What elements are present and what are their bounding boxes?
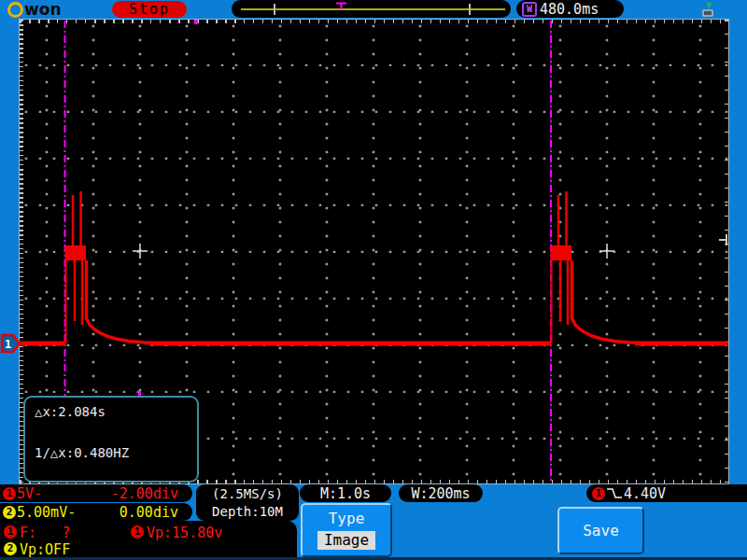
- trigger-level: 4.40V: [624, 485, 666, 502]
- channel1-badge: 1: [3, 487, 16, 500]
- cursor-measure-box: △x:2.084s 1/△x:0.480HZ x1:-1.240s x2:0.8…: [23, 396, 199, 483]
- channel2-status-pill: 2 5.00mV- 0.00div: [0, 503, 192, 521]
- measure-ch2-badge: 2: [4, 542, 17, 555]
- measure-ch1-vp-badge: 1: [131, 525, 144, 539]
- channel2-scale: 5.00mV-: [17, 504, 76, 521]
- channel1-offset: -2.00div: [111, 485, 178, 502]
- type-button-value[interactable]: Image: [317, 531, 375, 550]
- window-timebase-pill: W:200ms: [399, 484, 483, 502]
- trigger-t-icon: [336, 4, 346, 10]
- trigger-status-pill: 1 4.40V: [586, 484, 747, 502]
- acquisition-info-box: (2.5MS/s) Depth:10M: [196, 484, 299, 521]
- type-button-label: Type: [303, 510, 390, 527]
- title-bar: won Stop W 480.0ms: [0, 0, 747, 19]
- ch1-vpp: Vp:15.80v: [147, 525, 222, 541]
- channel2-offset: 0.00div: [120, 504, 178, 521]
- owon-logo: won: [7, 1, 62, 18]
- run-state-indicator[interactable]: Stop: [112, 1, 187, 18]
- logo-text: won: [24, 1, 62, 18]
- save-button[interactable]: Save: [557, 507, 644, 554]
- ch1-frequency: F: ?: [20, 525, 70, 541]
- usb-storage-icon: [699, 2, 715, 18]
- type-button[interactable]: Type Image: [301, 503, 392, 557]
- graticule-ticks-right: [725, 20, 728, 483]
- channel2-badge: 2: [3, 506, 16, 519]
- cursor-dx: △x:2.084s: [35, 404, 106, 419]
- memory-depth: Depth:10M: [196, 503, 299, 521]
- graticule-ticks-top: [20, 20, 728, 23]
- cursor-inverse-dx: 1/△x:0.480HZ: [35, 445, 129, 460]
- sample-rate: (2.5MS/s): [196, 485, 299, 503]
- channel1-status-pill: 1 5V- -2.00div: [0, 484, 192, 502]
- logo-o-icon: [7, 2, 23, 18]
- trigger-source-badge: 1: [592, 487, 605, 500]
- window-time-badge: W 480.0ms: [516, 0, 624, 18]
- main-timebase-pill: M:1.0s: [300, 484, 391, 502]
- svg-text:1: 1: [5, 338, 11, 351]
- falling-edge-icon: [605, 486, 624, 500]
- auto-measure-box: 1 F: ? 1 Vp:15.80v 2 Vp:OFF: [0, 521, 297, 558]
- channel1-scale: 5V-: [17, 485, 42, 502]
- measure-ch1-badge: 1: [4, 525, 17, 539]
- window-icon: W: [522, 2, 537, 17]
- ch2-vpp: Vp:OFF: [20, 541, 70, 558]
- channel1-position-marker: 1: [2, 335, 20, 352]
- oscilloscope-screen: 1 won Stop W 480.0ms △x:2.084s 1/△x:: [0, 0, 747, 560]
- trigger-position-bar: [232, 0, 511, 18]
- save-button-label: Save: [583, 522, 619, 539]
